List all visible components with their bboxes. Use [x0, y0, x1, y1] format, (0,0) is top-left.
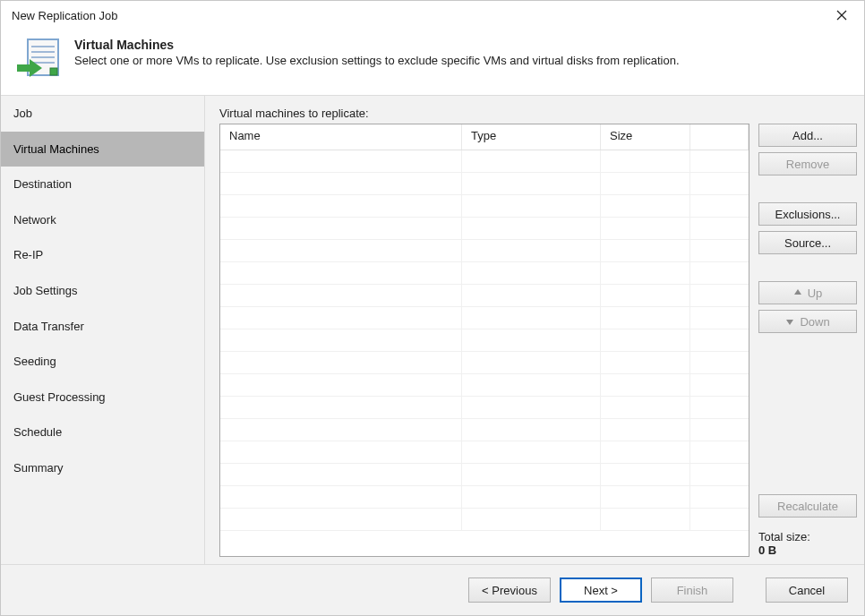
col-header-name[interactable]: Name: [220, 124, 462, 150]
button-label: Exclusions...: [775, 208, 841, 221]
header-texts: Virtual Machines Select one or more VMs …: [74, 36, 680, 67]
step-label: Schedule: [13, 425, 62, 439]
button-label: Finish: [677, 584, 708, 597]
table-row: [220, 419, 749, 441]
page-description: Select one or more VMs to replicate. Use…: [74, 54, 680, 67]
button-label: Source...: [784, 236, 831, 250]
table-row: [220, 240, 749, 262]
wizard-header: Virtual Machines Select one or more VMs …: [1, 30, 864, 96]
table-row: [220, 464, 749, 486]
total-size-value: 0 B: [758, 543, 857, 557]
table-row: [220, 509, 749, 531]
step-label: Destination: [13, 177, 72, 191]
button-label: Recalculate: [777, 500, 838, 513]
table-row: [220, 307, 749, 329]
total-size-label: Total size:: [758, 530, 857, 543]
recalculate-button[interactable]: Recalculate: [758, 494, 857, 518]
col-header-spacer: [690, 124, 749, 150]
button-label: Next >: [584, 584, 618, 597]
step-label: Summary: [13, 461, 64, 475]
dialog-window: New Replication Job Virtual Machines Sel…: [0, 0, 865, 616]
up-button[interactable]: Up: [758, 281, 857, 304]
table-row: [220, 285, 749, 307]
table-row: [220, 195, 749, 218]
close-button[interactable]: [828, 3, 855, 28]
table-row: [220, 397, 749, 419]
vm-table-row: Name Type Size: [219, 124, 857, 557]
table-row: [220, 262, 749, 285]
step-job-settings[interactable]: Job Settings: [1, 273, 204, 309]
vm-page-icon: [15, 36, 62, 82]
step-schedule[interactable]: Schedule: [1, 415, 204, 450]
button-label: < Previous: [482, 584, 537, 597]
step-label: Guest Processing: [13, 390, 106, 404]
col-header-type[interactable]: Type: [462, 124, 601, 150]
vm-grid-header: Name Type Size: [220, 124, 749, 150]
step-data-transfer[interactable]: Data Transfer: [1, 309, 204, 345]
vm-list-label: Virtual machines to replicate:: [219, 107, 857, 120]
step-label: Re-IP: [13, 248, 43, 261]
step-seeding[interactable]: Seeding: [1, 344, 204, 380]
col-header-size[interactable]: Size: [601, 124, 690, 150]
table-row: [220, 374, 749, 397]
window-title: New Replication Job: [12, 9, 828, 22]
cancel-button[interactable]: Cancel: [766, 578, 848, 603]
previous-button[interactable]: < Previous: [468, 578, 551, 603]
wizard-footer: < Previous Next > Finish Cancel: [1, 564, 864, 615]
svg-marker-10: [786, 320, 793, 325]
step-virtual-machines[interactable]: Virtual Machines: [1, 132, 204, 167]
step-label: Job: [13, 107, 32, 120]
button-label: Remove: [786, 158, 829, 171]
table-row: [220, 218, 749, 240]
remove-button[interactable]: Remove: [758, 152, 857, 175]
step-label: Network: [13, 213, 56, 227]
close-icon: [836, 10, 847, 21]
wizard-body: Job Virtual Machines Destination Network…: [1, 96, 864, 564]
step-label: Seeding: [13, 355, 56, 368]
table-row: [220, 441, 749, 464]
step-job[interactable]: Job: [1, 96, 204, 132]
next-button[interactable]: Next >: [560, 578, 642, 603]
step-re-ip[interactable]: Re-IP: [1, 237, 204, 273]
step-summary[interactable]: Summary: [1, 450, 204, 486]
titlebar: New Replication Job: [1, 1, 864, 30]
add-button[interactable]: Add...: [758, 124, 857, 147]
arrow-up-icon: [793, 288, 802, 297]
down-button[interactable]: Down: [758, 310, 857, 333]
source-button[interactable]: Source...: [758, 231, 857, 254]
step-label: Virtual Machines: [13, 142, 99, 156]
button-label: Add...: [792, 129, 823, 142]
table-row: [220, 486, 749, 509]
vm-grid-body: [220, 150, 749, 556]
table-row: [220, 150, 749, 173]
step-guest-processing[interactable]: Guest Processing: [1, 380, 204, 415]
table-row: [220, 329, 749, 352]
step-label: Job Settings: [13, 284, 78, 297]
step-label: Data Transfer: [13, 320, 84, 333]
button-label: Down: [800, 315, 829, 329]
svg-marker-9: [794, 289, 801, 295]
wizard-steps: Job Virtual Machines Destination Network…: [1, 96, 205, 564]
table-row: [220, 173, 749, 195]
vm-side-buttons: Add... Remove Exclusions... Source... Up: [758, 124, 857, 557]
exclusions-button[interactable]: Exclusions...: [758, 202, 857, 226]
vm-grid[interactable]: Name Type Size: [219, 124, 749, 557]
table-row: [220, 352, 749, 374]
button-label: Up: [808, 287, 823, 300]
step-destination[interactable]: Destination: [1, 167, 204, 202]
step-network[interactable]: Network: [1, 202, 204, 238]
total-size: Total size: 0 B: [758, 530, 857, 557]
main-panel: Virtual machines to replicate: Name Type…: [205, 96, 864, 564]
page-title: Virtual Machines: [74, 38, 680, 52]
arrow-down-icon: [785, 317, 794, 326]
button-label: Cancel: [789, 584, 825, 597]
svg-rect-7: [50, 68, 57, 75]
finish-button[interactable]: Finish: [651, 578, 733, 603]
